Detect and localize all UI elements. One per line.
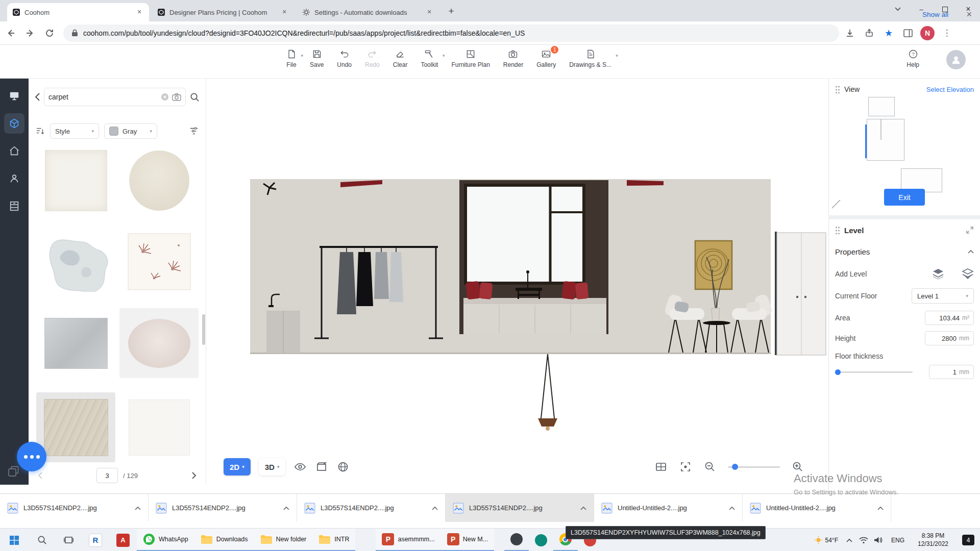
download-item[interactable]: L3D557S14ENDP2....jpg — [149, 494, 297, 522]
download-menu-chevron-icon[interactable] — [135, 506, 141, 510]
carpet-thumbnail-beige-textured-rug-selected[interactable] — [36, 392, 115, 462]
download-menu-chevron-icon[interactable] — [432, 506, 438, 510]
zoom-slider-thumb[interactable] — [732, 464, 738, 470]
search-input[interactable] — [48, 93, 158, 101]
tab-close-icon[interactable]: × — [425, 8, 434, 17]
taskbar-search-button[interactable] — [29, 529, 55, 551]
zoom-out-icon[interactable] — [703, 460, 717, 473]
layout-tools-icon[interactable] — [654, 460, 668, 473]
file-button[interactable]: File▾ — [280, 49, 303, 68]
download-item[interactable]: Untitled-Untitled-2....jpg — [594, 494, 743, 522]
focus-target-icon[interactable] — [679, 460, 692, 473]
properties-row[interactable]: Properties — [829, 244, 980, 259]
app-taskbar-icon-1[interactable] — [504, 529, 529, 551]
chat-support-button[interactable] — [17, 442, 46, 471]
furniture-plan-button[interactable]: Furniture Plan — [445, 49, 496, 68]
download-icon[interactable] — [841, 24, 859, 42]
add-level-above-icon[interactable] — [932, 268, 944, 280]
cabinet-rail-item[interactable] — [4, 196, 24, 216]
floor-thickness-slider-thumb[interactable] — [835, 369, 841, 375]
action-center-button[interactable]: 4 — [957, 529, 980, 551]
whatsapp-taskbar-button[interactable]: WhatsApp — [137, 529, 194, 551]
layers-corner-icon[interactable] — [7, 465, 19, 478]
drag-grip-icon[interactable] — [835, 226, 840, 234]
reload-icon[interactable] — [41, 24, 58, 42]
download-item[interactable]: Untitled-Untitled-2....jpg — [743, 494, 891, 522]
tab-settings[interactable]: Settings - Automatic downloads × — [297, 3, 439, 21]
app-taskbar-icon-2[interactable] — [529, 529, 553, 551]
side-panel-icon[interactable] — [899, 24, 917, 42]
design-canvas[interactable]: 2D▾ 3D▾ — [206, 79, 828, 493]
carpet-thumbnail-cowhide-rug[interactable] — [36, 227, 115, 296]
search-icon[interactable] — [190, 92, 200, 102]
tab-close-icon[interactable]: × — [135, 8, 144, 17]
gallery-button[interactable]: 1 Gallery — [530, 49, 562, 68]
page-input[interactable] — [96, 468, 118, 483]
weather-widget[interactable]: 54°F — [810, 529, 842, 551]
language-indicator[interactable]: ENG — [886, 529, 910, 551]
volume-icon[interactable] — [871, 529, 886, 551]
download-item[interactable]: L3D557S14ENDP2....jpg — [0, 494, 149, 522]
download-menu-chevron-icon[interactable] — [580, 506, 586, 510]
camera-search-icon[interactable] — [172, 93, 181, 101]
mode-3d-button[interactable]: 3D▾ — [259, 458, 286, 475]
floor-thickness-slider[interactable] — [835, 371, 913, 373]
catalog-scrollbar[interactable] — [202, 314, 205, 345]
new-tab-button[interactable]: + — [444, 5, 458, 19]
clock-widget[interactable]: 8:38 PM12/31/2022 — [910, 529, 957, 551]
forward-icon[interactable] — [21, 24, 39, 42]
walls-box-icon[interactable] — [315, 460, 328, 473]
intr-folder-taskbar-button[interactable]: INTR — [312, 529, 355, 551]
prev-page-icon[interactable] — [38, 472, 42, 479]
download-item[interactable]: L3D557S14ENDP2....jpg — [297, 494, 446, 522]
exit-button[interactable]: Exit — [884, 189, 925, 206]
redo-button[interactable]: Redo — [358, 49, 386, 68]
toolkit-button[interactable]: Toolkit▾ — [414, 49, 445, 68]
carpet-thumbnail-white-rug[interactable] — [36, 145, 115, 215]
clear-button[interactable]: Clear — [386, 49, 414, 68]
globe-icon[interactable] — [336, 460, 350, 473]
undo-button[interactable]: Undo — [330, 49, 358, 68]
share-icon[interactable] — [861, 24, 878, 42]
network-icon[interactable] — [856, 529, 871, 551]
carpet-thumbnail-oval-pink-rug[interactable] — [119, 308, 199, 378]
show-all-downloads-button[interactable]: Show all — [922, 0, 948, 29]
tab-pricing[interactable]: Designer Plans Pricing | Coohom × — [152, 3, 294, 21]
download-menu-chevron-icon[interactable] — [283, 506, 289, 510]
download-menu-chevron-icon[interactable] — [877, 506, 884, 510]
next-page-icon[interactable] — [192, 472, 197, 479]
acrobat-taskbar-icon[interactable]: A — [109, 529, 137, 551]
color-filter-dropdown[interactable]: Gray▾ — [104, 123, 157, 139]
carpet-thumbnail-gray-rug[interactable] — [36, 308, 115, 378]
back-chevron-icon[interactable] — [35, 93, 40, 101]
powerpoint2-taskbar-button[interactable]: P New M... — [441, 529, 494, 551]
screens-rail-item[interactable] — [4, 86, 24, 106]
help-button[interactable]: ? Help — [900, 49, 926, 68]
clear-search-icon[interactable] — [161, 93, 169, 101]
models-rail-item[interactable] — [4, 113, 24, 134]
zoom-slider[interactable] — [728, 466, 780, 468]
task-view-button[interactable] — [55, 529, 82, 551]
current-floor-select[interactable]: Level 1 ▾ — [912, 288, 974, 304]
url-field[interactable]: coohom.com/pub/tool/yundesign/cloud?desi… — [63, 24, 839, 42]
drawings-button[interactable]: Drawings & S...▾ — [562, 49, 618, 68]
carpet-thumbnail-white-plain-rug[interactable] — [119, 392, 199, 462]
rstudio-taskbar-icon[interactable]: R — [82, 529, 109, 551]
save-button[interactable]: Save — [303, 49, 330, 68]
close-downloads-bar-icon[interactable]: × — [966, 0, 972, 29]
style-filter-dropdown[interactable]: Style▾ — [50, 123, 99, 139]
drag-grip-icon[interactable] — [835, 85, 840, 93]
visibility-eye-icon[interactable] — [293, 460, 307, 473]
select-elevation-link[interactable]: Select Elevation — [926, 86, 974, 93]
elevation-thumb-1[interactable] — [868, 97, 895, 116]
elevation-thumb-2[interactable] — [867, 119, 904, 161]
user-avatar[interactable] — [946, 50, 966, 69]
tab-coohom[interactable]: Coohom × — [7, 3, 149, 21]
download-menu-chevron-icon[interactable] — [729, 506, 735, 510]
back-icon[interactable] — [2, 24, 19, 42]
people-rail-item[interactable] — [4, 168, 24, 189]
carpet-thumbnail-round-beige-rug[interactable] — [119, 145, 199, 215]
sort-icon[interactable] — [36, 127, 45, 135]
download-item-hovered[interactable]: L3D557S14ENDP2....jpg — [446, 494, 594, 522]
powerpoint1-taskbar-button[interactable]: P asemmmm... — [376, 529, 440, 551]
